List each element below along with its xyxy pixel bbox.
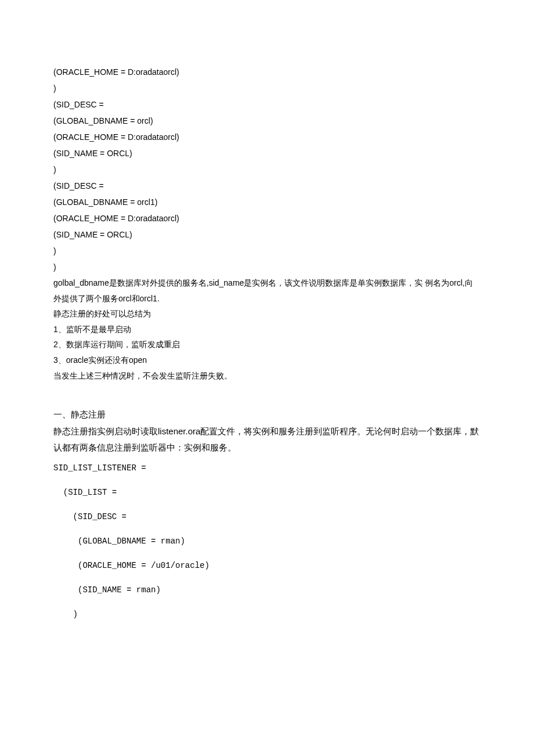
bullet-item: 2、数据库运行期间，监听发成重启 — [53, 337, 481, 352]
config-line: (GLOBAL_DBNAME = orcl1) — [53, 194, 481, 210]
config-line: (ORACLE_HOME = D:oradataorcl) — [53, 129, 481, 145]
config-line: ) — [53, 243, 481, 259]
config-line: (SID_NAME = ORCL) — [53, 145, 481, 161]
document-page: (ORACLE_HOME = D:oradataorcl) ) (SID_DES… — [0, 0, 534, 656]
explain-paragraph: golbal_dbname是数据库对外提供的服务名,sid_name是实例名，该… — [53, 275, 481, 306]
config-line: (ORACLE_HOME = D:oradataorcl) — [53, 210, 481, 226]
config-line: (SID_DESC = — [53, 178, 481, 194]
config-line: (SID_DESC = — [53, 96, 481, 113]
explain-paragraph: 静态注册的好处可以总结为 — [53, 306, 481, 322]
config-line: ) — [53, 80, 481, 96]
config-line: (SID_NAME = ORCL) — [53, 226, 481, 243]
bullet-item: 3、oracle实例还没有open — [53, 352, 481, 368]
config-line: ) — [53, 259, 481, 275]
explain-paragraph: 当发生上述三种情况时，不会发生监听注册失败。 — [53, 368, 481, 384]
config-line: (GLOBAL_DBNAME = orcl) — [53, 113, 481, 129]
spacer — [53, 383, 481, 406]
code-block: SID_LIST_LISTENER = (SID_LIST = (SID_DES… — [53, 462, 481, 621]
section-heading: 一、静态注册 — [53, 406, 481, 423]
config-line: (ORACLE_HOME = D:oradataorcl) — [53, 64, 481, 80]
bullet-item: 1、监听不是最早启动 — [53, 322, 481, 337]
section-body: 静态注册指实例启动时读取listener.ora配置文件，将实例和服务注册到监听… — [53, 423, 481, 456]
config-line: ) — [53, 161, 481, 178]
